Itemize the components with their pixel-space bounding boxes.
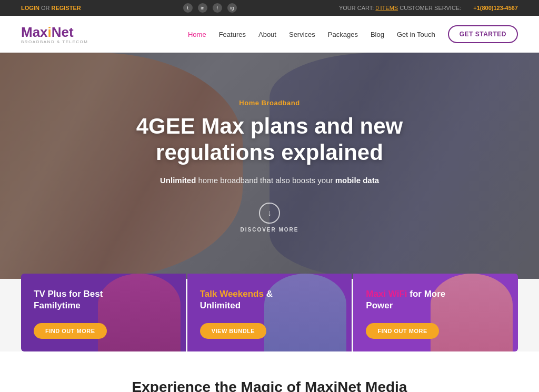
phone-number: +1(800)123-4567: [473, 5, 518, 11]
login-link[interactable]: LOGIN: [21, 5, 39, 11]
feature-cards: TV Plus for BestFamilytime FIND OUT MORE…: [21, 274, 518, 351]
social-icons: t in f ig: [183, 3, 237, 13]
nav-services[interactable]: Services: [289, 31, 315, 38]
hero-title: 4GEE Max plans and new regulations expla…: [122, 113, 417, 166]
service-label: CUSTOMER SERVICE:: [400, 5, 461, 11]
logo[interactable]: MaxiNet BROADBAND & TELECOM: [21, 24, 88, 44]
hero-content: Home Broadband 4GEE Max plans and new re…: [112, 78, 427, 254]
discover-more[interactable]: ↓ DISCOVER MORE: [122, 203, 417, 233]
card-title-1: TV Plus for BestFamilytime: [34, 288, 173, 311]
bottom-title: Experience the Magic of MaxiNet Media: [21, 378, 518, 392]
hero-bold1: Unlimited: [160, 176, 196, 185]
register-link[interactable]: REGISTER: [51, 5, 81, 11]
card-button-1[interactable]: FIND OUT MORE: [34, 323, 107, 339]
top-bar-auth: LOGIN OR REGISTER: [21, 5, 81, 11]
hero-subtitle-text: home broadband that also boosts your: [198, 176, 335, 185]
card-content-3: Maxi WiFi for MorePower FIND OUT MORE: [366, 288, 505, 339]
hero-bold2: mobile data: [335, 176, 379, 185]
top-bar-right: YOUR CART: 0 ITEMS CUSTOMER SERVICE: +1(…: [339, 5, 518, 11]
nav-home[interactable]: Home: [188, 31, 206, 38]
card-button-2[interactable]: VIEW BUNDLE: [200, 323, 267, 339]
instagram-icon[interactable]: ig: [227, 3, 237, 13]
card-content-1: TV Plus for BestFamilytime FIND OUT MORE: [34, 288, 173, 339]
discover-icon: ↓: [259, 203, 280, 224]
hero-tag: Home Broadband: [122, 99, 417, 107]
cart-label: YOUR CART:: [339, 5, 374, 11]
card-title-2: Talk Weekends &Unlimited: [200, 288, 340, 311]
nav-get-in-touch[interactable]: Get in Touch: [397, 31, 435, 38]
bottom-section: Experience the Magic of MaxiNet Media: [0, 351, 539, 392]
logo-text: MaxiNet: [21, 24, 88, 41]
nav-blog[interactable]: Blog: [371, 31, 384, 38]
get-started-button[interactable]: GET STARTED: [448, 25, 518, 43]
cart-items[interactable]: 0 ITEMS: [375, 5, 398, 11]
or-separator: OR: [41, 5, 52, 11]
card-highlight-3: Maxi WiFi: [366, 289, 407, 299]
card-highlight-1: TV Plus: [34, 289, 66, 299]
card-button-3[interactable]: FIND OUT MORE: [366, 323, 439, 339]
card-content-2: Talk Weekends &Unlimited VIEW BUNDLE: [200, 288, 340, 339]
top-bar: LOGIN OR REGISTER t in f ig YOUR CART: 0…: [0, 0, 539, 16]
logo-subtitle: BROADBAND & TELECOM: [21, 39, 88, 44]
feature-card-talk: Talk Weekends &Unlimited VIEW BUNDLE: [187, 274, 352, 351]
twitter-icon[interactable]: t: [183, 3, 193, 13]
hero-subtitle: Unlimited home broadband that also boost…: [122, 174, 417, 187]
nav-links: Home Features About Services Packages Bl…: [188, 25, 518, 43]
navbar: MaxiNet BROADBAND & TELECOM Home Feature…: [0, 16, 539, 53]
hero-section: Home Broadband 4GEE Max plans and new re…: [0, 53, 539, 279]
facebook-icon[interactable]: f: [213, 3, 222, 13]
feature-card-tv: TV Plus for BestFamilytime FIND OUT MORE: [21, 274, 186, 351]
nav-about[interactable]: About: [258, 31, 276, 38]
feature-card-wifi: Maxi WiFi for MorePower FIND OUT MORE: [353, 274, 518, 351]
nav-features[interactable]: Features: [219, 31, 246, 38]
card-title-3: Maxi WiFi for MorePower: [366, 288, 505, 311]
nav-packages[interactable]: Packages: [328, 31, 358, 38]
linkedin-icon[interactable]: in: [198, 3, 207, 13]
discover-label: DISCOVER MORE: [240, 227, 298, 233]
card-highlight-2: Talk Weekends: [200, 289, 264, 299]
